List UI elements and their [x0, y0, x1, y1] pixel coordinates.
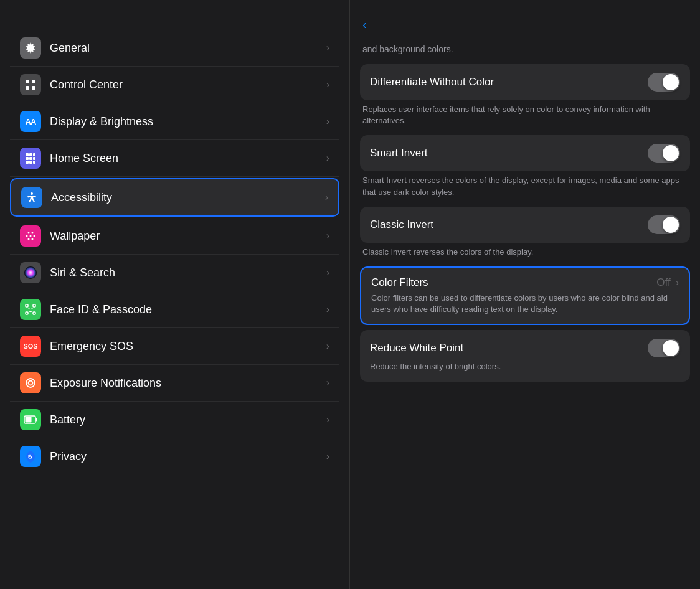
svg-point-21 [32, 238, 34, 240]
setting-desc-smart-invert-desc: Smart Invert reverses the colors of the … [360, 175, 690, 197]
sidebar-item-exposure[interactable]: Exposure Notifications › [10, 365, 339, 402]
svg-rect-3 [26, 86, 29, 90]
right-content: and background colors. Differentiate Wit… [350, 39, 700, 589]
svg-point-27 [29, 308, 30, 309]
svg-rect-12 [29, 161, 32, 164]
setting-label-smart-invert: Smart Invert [370, 147, 428, 159]
svg-rect-5 [26, 153, 29, 156]
toggle-reduce-white-point[interactable] [648, 339, 680, 357]
svg-rect-25 [26, 312, 28, 314]
sidebar-item-label-wallpaper: Wallpaper [50, 230, 321, 243]
chevron-icon-battery: › [326, 414, 329, 425]
setting-row-differentiate-without-color: Differentiate Without Color [360, 64, 690, 100]
setting-label-reduce-white-point: Reduce White Point [370, 342, 463, 354]
chevron-icon-home-screen: › [326, 153, 329, 164]
svg-point-22 [24, 266, 37, 279]
svg-rect-32 [26, 417, 32, 423]
setting-row-smart-invert: Smart Invert [360, 135, 690, 171]
home-screen-icon [20, 148, 41, 169]
svg-point-20 [28, 238, 30, 240]
sidebar-item-display-brightness[interactable]: AA Display & Brightness › [10, 103, 339, 140]
sidebar-item-home-screen[interactable]: Home Screen › [10, 140, 339, 177]
right-header: ‹ [350, 0, 700, 39]
chevron-icon-accessibility: › [325, 192, 328, 203]
setting-label-differentiate-without-color: Differentiate Without Color [370, 76, 494, 88]
exposure-icon [20, 372, 41, 393]
sidebar-item-label-siri-search: Siri & Search [50, 266, 321, 280]
toggle-classic-invert[interactable] [648, 215, 680, 234]
chevron-icon-siri-search: › [326, 267, 329, 278]
accessibility-icon [21, 187, 42, 208]
svg-rect-6 [29, 153, 32, 156]
svg-rect-9 [29, 157, 32, 160]
svg-rect-26 [33, 312, 35, 314]
chevron-icon-general: › [326, 42, 329, 54]
sidebar-item-label-battery: Battery [50, 413, 321, 426]
chevron-icon-emergency-sos: › [326, 341, 329, 352]
svg-rect-33 [36, 418, 37, 422]
svg-point-14 [31, 192, 33, 195]
display-text-size-panel: ‹ and background colors. Differentiate W… [350, 0, 700, 589]
general-icon [20, 37, 41, 59]
svg-point-30 [29, 381, 33, 385]
setting-label-color-filters: Color Filters [371, 276, 428, 289]
sidebar-item-label-accessibility: Accessibility [51, 191, 320, 204]
sidebar-item-label-emergency-sos: Emergency SOS [50, 340, 321, 353]
face-id-icon [20, 299, 41, 320]
emergency-sos-icon: SOS [20, 336, 41, 357]
sidebar-item-privacy[interactable]: Privacy › [10, 438, 339, 474]
sidebar-item-label-privacy: Privacy [50, 450, 321, 463]
setting-row-classic-invert: Classic Invert [360, 207, 690, 243]
svg-point-19 [34, 235, 35, 237]
svg-rect-7 [33, 153, 35, 156]
privacy-icon [20, 446, 41, 467]
back-button[interactable]: ‹ [362, 17, 368, 32]
sidebar-item-wallpaper[interactable]: Wallpaper › [10, 218, 339, 255]
chevron-icon-display-brightness: › [326, 116, 329, 127]
svg-point-17 [26, 235, 28, 237]
setting-desc-classic-invert-desc: Classic Invert reverses the colors of th… [360, 247, 690, 258]
sidebar-item-siri-search[interactable]: Siri & Search › [10, 255, 339, 291]
svg-rect-1 [26, 80, 29, 83]
sidebar-item-label-display-brightness: Display & Brightness [50, 115, 321, 128]
back-chevron-icon: ‹ [362, 17, 367, 32]
setting-row-color-filters[interactable]: Color Filters Off › Color filters can be… [360, 266, 690, 325]
sidebar-item-label-general: General [50, 42, 321, 55]
sidebar-item-label-exposure: Exposure Notifications [50, 377, 321, 390]
chevron-icon-wallpaper: › [326, 230, 329, 242]
svg-rect-8 [26, 157, 29, 160]
sidebar-item-label-control-center: Control Center [50, 78, 321, 92]
battery-icon [20, 409, 41, 430]
nav-chevron-icon-color-filters: › [676, 277, 679, 288]
settings-panel: General › Control Center › AA Display & … [0, 0, 350, 589]
svg-point-28 [32, 308, 33, 309]
sidebar-item-battery[interactable]: Battery › [10, 402, 339, 438]
svg-point-16 [32, 232, 34, 234]
sidebar-item-accessibility[interactable]: Accessibility › [10, 178, 339, 217]
siri-search-icon [20, 262, 41, 283]
sidebar-item-general[interactable]: General › [10, 30, 339, 67]
setting-desc-color-filters: Color filters can be used to differentia… [371, 293, 679, 315]
display-brightness-icon: AA [20, 111, 41, 132]
toggle-differentiate-without-color[interactable] [648, 73, 680, 92]
svg-point-15 [28, 232, 30, 234]
sidebar-item-label-home-screen: Home Screen [50, 152, 321, 165]
svg-rect-23 [26, 304, 28, 307]
chevron-icon-exposure: › [326, 377, 329, 389]
settings-list: General › Control Center › AA Display & … [0, 30, 349, 474]
svg-rect-4 [32, 86, 35, 90]
wallpaper-icon [20, 225, 41, 247]
toggle-smart-invert[interactable] [648, 144, 680, 163]
setting-desc-reduce-white-point: Reduce the intensity of bright colors. [370, 361, 680, 372]
sidebar-item-face-id[interactable]: Face ID & Passcode › [10, 291, 339, 328]
svg-point-18 [30, 235, 32, 237]
setting-desc-differentiate-desc: Replaces user interface items that rely … [360, 104, 690, 126]
setting-label-classic-invert: Classic Invert [370, 219, 433, 231]
sidebar-item-control-center[interactable]: Control Center › [10, 67, 339, 103]
svg-point-29 [26, 379, 35, 387]
chevron-icon-control-center: › [326, 79, 329, 90]
subtitle-text: and background colors. [360, 39, 690, 64]
svg-rect-24 [33, 304, 35, 307]
chevron-icon-face-id: › [326, 304, 329, 315]
sidebar-item-emergency-sos[interactable]: SOS Emergency SOS › [10, 328, 339, 365]
